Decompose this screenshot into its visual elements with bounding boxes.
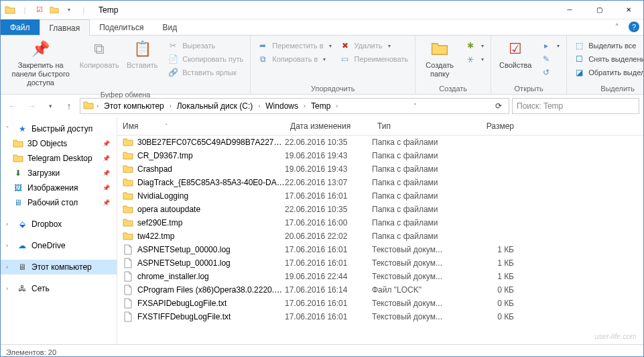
file-name: ASPNETSetup_00000.log (137, 245, 231, 254)
column-name[interactable]: Имя˄ (117, 117, 285, 135)
breadcrumb-temp[interactable]: Temp (308, 101, 333, 111)
qat-dropdown-icon[interactable]: ▾ (62, 3, 76, 17)
maximize-button[interactable]: ▢ (584, 1, 614, 19)
chevron-right-icon[interactable]: › (6, 221, 13, 227)
chevron-down-icon[interactable]: ˅ (6, 125, 13, 132)
sidebar-item[interactable]: ⬇Загрузки📌 (1, 166, 117, 181)
back-button[interactable]: ← (5, 98, 21, 114)
chevron-icon[interactable]: › (302, 103, 307, 109)
table-row[interactable]: Crashpad19.06.2016 19:43Папка с файлами (117, 162, 643, 176)
invert-selection-button[interactable]: ◪Обратить выделение (571, 66, 644, 79)
new-folder-button[interactable]: Создать папку (420, 37, 460, 80)
table-row[interactable]: NvidiaLogging17.06.2016 16:01Папка с фай… (117, 189, 643, 203)
table-row[interactable]: tw422.tmp20.06.2016 22:02Папка с файлами (117, 230, 643, 243)
table-row[interactable]: FXSAPIDebugLogFile.txt17.06.2016 16:01Те… (117, 297, 643, 310)
edit-icon: ✎ (541, 54, 552, 64)
sidebar-onedrive[interactable]: ›☁OneDrive (1, 238, 117, 253)
sidebar-network[interactable]: ›🖧Сеть (1, 281, 117, 296)
file-type: Папка с файлами (372, 164, 466, 174)
select-all-button[interactable]: ⬚Выделить все (571, 40, 644, 52)
minimize-button[interactable]: ─ (555, 1, 584, 19)
table-row[interactable]: DiagTrack_{E85C85A3-85A3-40E0-DA14-...22… (117, 176, 643, 189)
pc-icon: 🖥 (17, 262, 27, 272)
titlebar: | ☑ ▾ | Temp ─ ▢ ✕ (1, 1, 643, 19)
invert-icon: ◪ (574, 67, 584, 78)
table-row[interactable]: CProgram Files (x86)Opera38.0.2220.31op.… (117, 283, 643, 297)
table-row[interactable]: FXSTIFFDebugLogFile.txt17.06.2016 16:01Т… (117, 310, 643, 323)
file-date: 20.06.2016 22:02 (285, 232, 372, 241)
folder-small-icon[interactable] (48, 3, 61, 17)
sidebar-this-pc[interactable]: ›🖥Этот компьютер (1, 260, 117, 274)
rename-button[interactable]: ▭Переименовать (337, 53, 411, 65)
column-date[interactable]: Дата изменения (285, 117, 372, 135)
sidebar-item[interactable]: 3D Objects📌 (1, 136, 117, 151)
help-icon[interactable]: ? (629, 21, 639, 32)
up-button[interactable]: ↑ (61, 98, 77, 114)
breadcrumb-windows[interactable]: Windows (263, 101, 301, 111)
copy-to-button[interactable]: ⧉Копировать в▾ (255, 53, 334, 65)
address-bar[interactable]: › Этот компьютер › Локальный диск (C:) ›… (80, 98, 509, 114)
history-button[interactable]: ↺ (538, 66, 562, 79)
ribbon-collapse-icon[interactable]: ˄ (611, 21, 623, 33)
move-to-button[interactable]: ➦Переместить в▾ (255, 40, 334, 52)
breadcrumb-disk[interactable]: Локальный диск (C:) (174, 101, 256, 111)
paste-button[interactable]: 📋 Вставить (122, 37, 162, 71)
recent-dropdown-icon[interactable]: ▾ (42, 98, 58, 114)
chevron-icon[interactable]: › (257, 103, 261, 109)
pin-to-quick-access-button[interactable]: 📌 Закрепить на панели быстрого доступа (5, 37, 76, 89)
pin-icon: 📌 (101, 168, 111, 178)
checkbox-icon[interactable]: ☑ (33, 3, 46, 17)
file-type: Файл "LOCK" (372, 285, 466, 295)
column-type[interactable]: Тип (372, 117, 466, 135)
new-item-button[interactable]: ✱▾ (462, 40, 487, 52)
copy-button[interactable]: ⧉ Копировать (79, 37, 119, 71)
file-type: Папка с файлами (372, 138, 466, 147)
folder-icon (123, 191, 133, 201)
easy-access-button[interactable]: ⚹▾ (462, 53, 487, 65)
ribbon-help: ˄ ? (611, 21, 639, 33)
properties-button[interactable]: ☑ Свойства (495, 37, 535, 71)
chevron-icon[interactable]: › (334, 103, 339, 109)
chevron-icon[interactable]: › (168, 103, 173, 109)
sidebar-item[interactable]: 🖥Рабочий стол📌 (1, 195, 117, 210)
table-row[interactable]: 30BE27EFC07C65C49AD998B7A227412F-S...22.… (117, 136, 643, 149)
refresh-icon[interactable]: ⟳ (491, 101, 506, 111)
close-button[interactable]: ✕ (614, 1, 643, 19)
network-icon: 🖧 (17, 283, 27, 294)
edit-button[interactable]: ✎ (538, 53, 562, 65)
table-row[interactable]: ASPNETSetup_00000.log17.06.2016 16:01Тек… (117, 243, 643, 256)
tab-file[interactable]: Файл (1, 19, 40, 35)
open-button[interactable]: ▸▾ (538, 40, 562, 52)
main-area: ˅★Быстрый доступ 3D Objects📌 Telegram De… (1, 117, 643, 344)
sidebar-item[interactable]: Telegram Desktop📌 (1, 151, 117, 166)
ribbon-group-select: ⬚Выделить все ☐Снять выделение ◪Обратить… (567, 36, 644, 94)
table-row[interactable]: sef290E.tmp17.06.2016 16:00Папка с файла… (117, 216, 643, 230)
table-row[interactable]: chrome_installer.log19.06.2016 22:44Текс… (117, 270, 643, 283)
copy-path-button[interactable]: 📄Скопировать путь (165, 53, 246, 65)
select-none-button[interactable]: ☐Снять выделение (571, 53, 644, 65)
addr-dropdown-icon[interactable]: ˅ (409, 103, 421, 109)
navigation-pane: ˅★Быстрый доступ 3D Objects📌 Telegram De… (1, 117, 117, 344)
sidebar-item[interactable]: 🖼Изображения📌 (1, 181, 117, 195)
search-input[interactable]: Поиск: Temp (512, 98, 639, 114)
cut-button[interactable]: ✂Вырезать (165, 40, 246, 52)
folder-icon (123, 217, 133, 228)
sidebar-dropbox[interactable]: ›⬙Dropbox (1, 217, 117, 232)
table-row[interactable]: CR_D9367.tmp19.06.2016 19:43Папка с файл… (117, 149, 643, 162)
tab-home[interactable]: Главная (40, 19, 90, 36)
chevron-right-icon[interactable]: › (6, 285, 13, 292)
forward-button[interactable]: → (23, 98, 40, 114)
chevron-right-icon[interactable]: › (6, 264, 13, 270)
chevron-icon[interactable]: › (95, 103, 100, 109)
search-placeholder: Поиск: Temp (517, 101, 563, 111)
paste-shortcut-button[interactable]: 🔗Вставить ярлык (165, 66, 246, 79)
sidebar-quick-access[interactable]: ˅★Быстрый доступ (1, 121, 117, 136)
table-row[interactable]: opera autoupdate22.06.2016 10:35Папка с … (117, 203, 643, 216)
tab-share[interactable]: Поделиться (90, 19, 153, 35)
tab-view[interactable]: Вид (153, 19, 186, 35)
table-row[interactable]: ASPNETSetup_00001.log17.06.2016 16:01Тек… (117, 256, 643, 270)
breadcrumb-pc[interactable]: Этот компьютер (101, 101, 167, 111)
column-size[interactable]: Размер (466, 117, 519, 135)
chevron-right-icon[interactable]: › (6, 242, 13, 249)
delete-button[interactable]: ✖Удалить▾ (337, 40, 411, 52)
